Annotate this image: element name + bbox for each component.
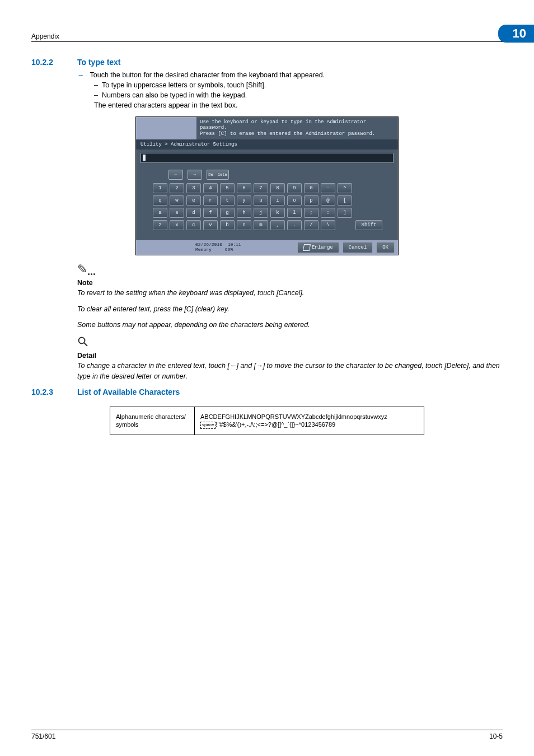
key-d[interactable]: d (186, 208, 201, 218)
panel-msg-1: Use the keyboard or keypad to type in th… (200, 119, 395, 132)
key-5[interactable]: 5 (220, 183, 235, 193)
delete-button[interactable]: De- lete (207, 170, 229, 180)
key-7[interactable]: 7 (254, 183, 268, 193)
section-title: To type text (77, 58, 121, 67)
step-arrow-icon: → (77, 70, 85, 80)
key-m[interactable]: m (254, 220, 268, 230)
key-h[interactable]: h (237, 208, 251, 218)
key-][interactable]: ] (338, 208, 352, 218)
enlarge-button[interactable]: Enlarge (297, 242, 339, 253)
key-1[interactable]: 1 (153, 183, 167, 193)
note-p2: To clear all entered text, press the [C]… (77, 304, 503, 315)
shift-key[interactable]: Shift (355, 220, 382, 230)
detail-p1: To change a character in the entered tex… (77, 361, 503, 382)
key-f[interactable]: f (203, 208, 218, 218)
key-n[interactable]: n (237, 220, 251, 230)
key-r[interactable]: r (203, 195, 218, 206)
ok-button[interactable]: OK (376, 242, 395, 253)
key-j[interactable]: j (254, 208, 268, 218)
key-i[interactable]: i (270, 195, 285, 206)
key-c[interactable]: c (186, 220, 201, 230)
note-icon: ✎... (77, 262, 503, 278)
key-u[interactable]: u (254, 195, 268, 206)
panel-status: 02/26/2010 10:11 Memory 99% (195, 242, 294, 253)
substep-1: To type in uppercase letters or symbols,… (102, 81, 266, 89)
key-b[interactable]: b (220, 220, 235, 230)
step-after: The entered characters appear in the tex… (94, 100, 503, 110)
key-2[interactable]: 2 (170, 183, 184, 193)
note-heading: Note (77, 279, 503, 287)
key-8[interactable]: 8 (270, 183, 285, 193)
section-title-2: List of Available Characters (77, 388, 180, 396)
footer-left: 751/601 (31, 732, 55, 740)
key-x[interactable]: x (170, 220, 184, 230)
key-y[interactable]: y (237, 195, 251, 206)
space-char-icon: space (200, 422, 216, 429)
svg-line-1 (84, 343, 87, 346)
key--[interactable]: - (321, 183, 335, 193)
key-:[interactable]: : (321, 208, 335, 218)
step-text: Touch the button for the desired charact… (90, 70, 325, 80)
key-q[interactable]: q (153, 195, 167, 206)
footer-right: 10-5 (489, 732, 503, 740)
char-table-content: ABCDEFGHIJKLMNOPQRSTUVWXYZabcdefghijklmn… (195, 407, 424, 435)
key-;[interactable]: ; (304, 208, 318, 218)
cursor-right-button[interactable]: → (188, 170, 202, 180)
key-g[interactable]: g (220, 208, 235, 218)
key-w[interactable]: w (170, 195, 184, 206)
note-p3: Some buttons may not appear, depending o… (77, 320, 503, 330)
key-\[interactable]: \ (321, 220, 335, 230)
key-/[interactable]: / (304, 220, 318, 230)
key-3[interactable]: 3 (186, 183, 201, 193)
substep-2: Numbers can also be typed in with the ke… (102, 91, 247, 99)
svg-point-0 (79, 338, 85, 344)
panel-msg-2: Press [C] to erase the entered the Admin… (200, 131, 395, 137)
key-@[interactable]: @ (321, 195, 335, 206)
detail-icon (77, 336, 503, 351)
key-,[interactable]: , (270, 220, 285, 230)
appendix-label: Appendix (31, 32, 59, 40)
key-s[interactable]: s (170, 208, 184, 218)
note-p1: To revert to the setting when the keyboa… (77, 288, 503, 298)
cursor-left-button[interactable]: ← (168, 170, 183, 180)
key-t[interactable]: t (220, 195, 235, 206)
char-table-label: Alphanumeric characters/ symbols (110, 407, 195, 435)
key-4[interactable]: 4 (203, 183, 218, 193)
key-^[interactable]: ^ (338, 183, 352, 193)
detail-heading: Detail (77, 352, 503, 360)
chapter-number: 10 (498, 25, 534, 43)
section-number: 10.2.2 (31, 58, 64, 67)
key-p[interactable]: p (304, 195, 318, 206)
bullet-dash: – (94, 80, 102, 90)
panel-breadcrumb: Utility > Administrator Settings (136, 139, 398, 150)
key-.[interactable]: . (287, 220, 302, 230)
key-a[interactable]: a (153, 208, 167, 218)
section-number-2: 10.2.3 (31, 388, 64, 396)
key-0[interactable]: 0 (304, 183, 318, 193)
key-[[interactable]: [ (338, 195, 352, 206)
key-k[interactable]: k (270, 208, 285, 218)
key-v[interactable]: v (203, 220, 218, 230)
character-table: Alphanumeric characters/ symbols ABCDEFG… (110, 407, 424, 436)
bullet-dash: – (94, 90, 102, 100)
key-o[interactable]: o (287, 195, 302, 206)
key-9[interactable]: 9 (287, 183, 302, 193)
password-input[interactable] (140, 153, 394, 163)
key-e[interactable]: e (186, 195, 201, 206)
key-6[interactable]: 6 (237, 183, 251, 193)
key-z[interactable]: z (153, 220, 167, 230)
keyboard-panel: Use the keyboard or keypad to type in th… (135, 116, 399, 255)
key-l[interactable]: l (287, 208, 302, 218)
cancel-button[interactable]: Cancel (343, 242, 373, 253)
